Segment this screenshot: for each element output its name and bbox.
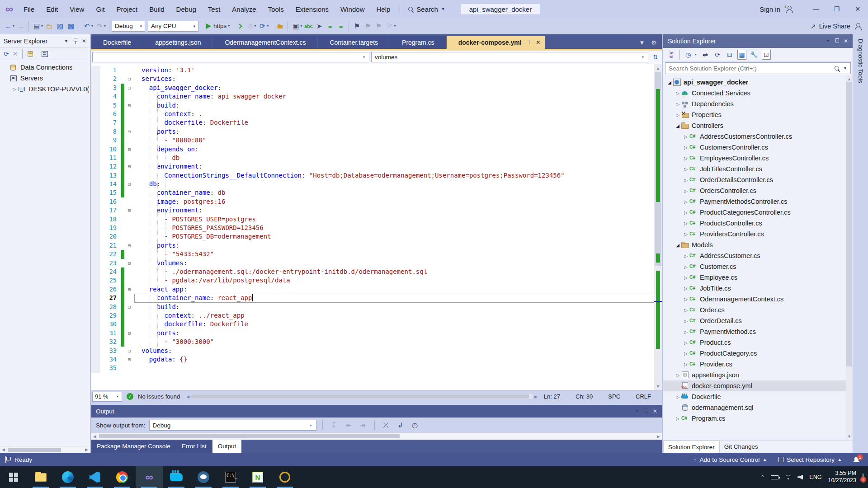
code-line[interactable]: 20 - POSTGRES_DB=odermanagement	[91, 232, 654, 241]
gear-icon[interactable]: ⚙	[651, 39, 656, 46]
expand-arrow-icon[interactable]: ▷	[682, 178, 689, 183]
close-icon[interactable]: ✕	[653, 408, 657, 414]
breakpoint-margin[interactable]	[91, 224, 100, 232]
save-all-icon[interactable]: ▩	[66, 21, 76, 32]
breakpoint-margin[interactable]	[91, 285, 100, 294]
breakpoint-margin[interactable]	[91, 188, 100, 197]
pin-icon[interactable]	[73, 38, 77, 44]
breakpoint-margin[interactable]	[91, 101, 100, 110]
code-text[interactable]: environment:	[134, 162, 654, 171]
refresh-icon[interactable]: ⟳	[713, 50, 722, 60]
pin-icon[interactable]	[835, 38, 839, 44]
code-line[interactable]: 30 dockerfile: Dockerfile	[91, 320, 654, 328]
code-line[interactable]: 17⊟ environment:	[91, 206, 654, 215]
tool-tab-Git Changes[interactable]: Git Changes	[720, 441, 763, 453]
tab-Dockerfile[interactable]: Dockerfile	[91, 36, 143, 49]
tab-OdermanagementContext.cs[interactable]: OdermanagementContext.cs	[213, 36, 317, 49]
code-line[interactable]: 22 - "5433:5432"	[91, 250, 654, 258]
code-text[interactable]: build:	[134, 303, 654, 311]
collapse-arrow-icon[interactable]: ◢	[666, 80, 673, 85]
tree-item-Servers[interactable]: Servers	[0, 73, 90, 84]
tree-item-docker-compose.yml[interactable]: docker-compose.yml	[663, 380, 853, 391]
tree-item-PaymentMethod.cs[interactable]: ▷PaymentMethod.cs	[663, 326, 853, 337]
tab-appsettings.json[interactable]: appsettings.json	[143, 36, 212, 49]
add-to-source-control-button[interactable]: ↑ Add to Source Control ▲	[693, 456, 767, 463]
menu-item-project[interactable]: Project	[111, 0, 144, 18]
breakpoint-margin[interactable]	[91, 136, 100, 145]
fold-box-icon[interactable]: ⊟	[124, 206, 134, 215]
code-text[interactable]: environment:	[134, 206, 654, 215]
scroll-right-icon[interactable]: ▶	[83, 447, 90, 452]
breakpoint-margin[interactable]	[91, 110, 100, 118]
fold-box-icon[interactable]: ⊟	[124, 180, 134, 188]
tree-item-Dependencies[interactable]: ▷Dependencies	[663, 99, 853, 109]
server-explorer-hscrollbar[interactable]: ◀ ▶	[0, 446, 90, 453]
clock[interactable]: 3:55 PM 10/27/2023	[828, 470, 856, 484]
code-line[interactable]: 21⊟ ports:	[91, 241, 654, 250]
code-line[interactable]: 4 container_name: api_swagger_docker	[91, 92, 654, 101]
member-dropdown[interactable]: volumes▾	[371, 52, 648, 62]
tool-tab-Solution Explorer[interactable]: Solution Explorer	[663, 441, 720, 453]
panel-tab-Error List[interactable]: Error List	[176, 440, 212, 453]
tree-item-OrderDetail.cs[interactable]: ▷OrderDetail.cs	[663, 315, 853, 326]
sign-in-button[interactable]: Sign in	[760, 5, 780, 13]
spell-check-icon[interactable]: abc	[303, 21, 313, 32]
breakpoint-margin[interactable]	[91, 66, 100, 75]
menu-item-git[interactable]: Git	[90, 0, 110, 18]
tree-item-Provider.cs[interactable]: ▷Provider.cs	[663, 359, 853, 370]
code-text[interactable]: - ./odermanagement.sql:/docker-entrypoin…	[134, 267, 654, 276]
code-text[interactable]: container_name: react_app	[134, 294, 654, 302]
code-text[interactable]: image: postgres:16	[134, 197, 654, 206]
expand-arrow-icon[interactable]: ▷	[674, 416, 681, 421]
expand-arrow-icon[interactable]: ▷	[674, 394, 681, 399]
command-window-icon[interactable]: ▣	[291, 21, 301, 32]
code-text[interactable]: ConnectionStrings__DefaultConnection: "H…	[134, 171, 654, 180]
battery-icon[interactable]	[771, 475, 778, 479]
expand-arrow-icon[interactable]: ▷	[674, 373, 681, 378]
code-line[interactable]: 9 - "8080:80"	[91, 136, 654, 145]
expand-arrow-icon[interactable]: ▷	[682, 210, 689, 215]
prev-message-icon[interactable]: ↞	[344, 420, 354, 431]
code-text[interactable]: - POSTGRES_PASSWORD=123456	[134, 224, 654, 232]
code-text[interactable]: container_name: api_swagger_docker	[134, 92, 654, 101]
scroll-down-icon[interactable]: ▼	[654, 382, 662, 390]
redo-icon[interactable]: ↷	[94, 21, 104, 32]
show-all-files-icon[interactable]: ▦	[737, 50, 746, 60]
indent-increase-icon[interactable]: ≡	[336, 21, 346, 32]
tree-item-EmployeesController.cs[interactable]: ▷EmployeesController.cs	[663, 153, 853, 164]
split-editor-icon[interactable]: ⇅	[650, 54, 661, 61]
menu-item-analyze[interactable]: Analyze	[226, 0, 262, 18]
expand-arrow-icon[interactable]: ▷	[682, 329, 689, 334]
minimize-button[interactable]: —	[806, 0, 826, 18]
breakpoint-margin[interactable]	[91, 338, 100, 346]
close-icon[interactable]: ✕	[82, 38, 86, 44]
indent-decrease-icon[interactable]: ≡	[325, 21, 335, 32]
breakpoint-margin[interactable]	[91, 250, 100, 258]
prev-bookmark-icon[interactable]: ⚑	[363, 21, 373, 32]
panel-tab-Package Manager Console[interactable]: Package Manager Console	[91, 440, 176, 453]
code-line[interactable]: 29 context: ../react_app	[91, 311, 654, 320]
connect-server-icon[interactable]	[41, 50, 49, 57]
code-text[interactable]: pgdata: {}	[134, 355, 654, 364]
action-center-button[interactable]: 1	[863, 474, 863, 480]
scroll-up-icon[interactable]: ▲	[654, 64, 662, 72]
breakpoint-margin[interactable]	[91, 75, 100, 83]
code-line[interactable]: 18 - POSTGRES_USER=postgres	[91, 215, 654, 224]
tab-docker-compose.yml[interactable]: docker-compose.yml⊤✕	[447, 36, 545, 49]
profiler-icon[interactable]: ☃	[245, 21, 255, 32]
tree-item-OdermanagementContext.cs[interactable]: ▷OdermanagementContext.cs	[663, 294, 853, 305]
output-horizontal-scrollbar[interactable]: ◀ ▶	[91, 433, 662, 440]
code-text[interactable]: - db	[134, 154, 654, 162]
start-debugging-button[interactable]: https ▾	[203, 20, 233, 32]
code-line[interactable]: 31⊟ ports:	[91, 329, 654, 338]
code-text[interactable]: dockerfile: Dockerfile	[134, 118, 654, 127]
fold-box-icon[interactable]: ⊟	[124, 241, 134, 250]
expand-arrow-icon[interactable]: ▷	[682, 253, 689, 258]
fold-box-icon[interactable]: ⊟	[124, 303, 134, 311]
menu-item-tools[interactable]: Tools	[262, 0, 290, 18]
expand-arrow-icon[interactable]: ▷	[682, 232, 689, 237]
solution-search-box[interactable]: ▼	[665, 62, 851, 74]
breakpoint-margin[interactable]	[91, 329, 100, 338]
new-project-icon[interactable]: ▤	[32, 21, 42, 32]
code-text[interactable]: - "8080:80"	[134, 136, 654, 145]
